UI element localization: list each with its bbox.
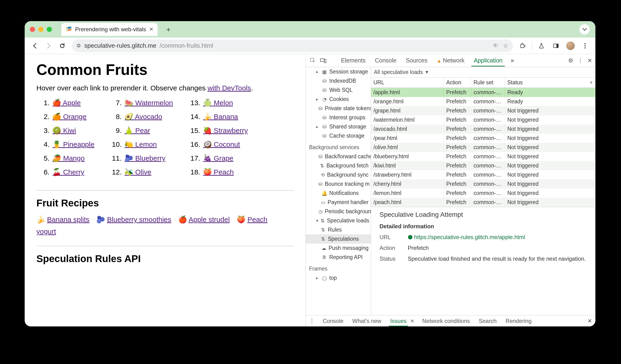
detail-url-value[interactable]: ⬢https://speculative-rules.glitch.me/app… [408, 234, 525, 241]
table-row[interactable]: /blueberry.htmlPrefetchcommon-…Not trigg… [371, 152, 595, 161]
table-row[interactable]: /watermelon.htmlPrefetchcommon-…Not trig… [371, 115, 595, 124]
sidebar-item-rules[interactable]: ⇅Rules [306, 225, 371, 234]
fruit-link[interactable]: 🍎 Apple [52, 99, 81, 107]
inspect-element-button[interactable] [308, 58, 318, 63]
tab-application[interactable]: Application [469, 55, 507, 66]
fruit-link[interactable]: 🍇 Grape [203, 154, 233, 162]
col-status[interactable]: Status▼ [505, 77, 595, 87]
tab-console[interactable]: Console [371, 55, 401, 66]
fruit-link[interactable]: 🍓 Strawberry [203, 127, 248, 134]
sidebar-item-interest-groups[interactable]: ⛁Interest groups [306, 113, 371, 122]
kebab-icon[interactable]: ⋮ [309, 318, 315, 324]
table-row[interactable]: /strawberry.htmlPrefetchcommon-…Not trig… [371, 170, 595, 179]
close-drawer-icon[interactable]: ✕ [587, 318, 592, 324]
table-row[interactable]: /apple.htmlPrefetchcommon-…Ready [371, 88, 595, 97]
sidebar-item-bg-fetch[interactable]: ⇅Background fetch [306, 161, 371, 170]
sidebar-item-shared-storage[interactable]: ▸⛁Shared storage [306, 122, 371, 131]
fruit-link[interactable]: 🥥 Coconut [203, 140, 240, 148]
sidebar-item-cache-storage[interactable]: ⛁Cache storage [306, 131, 371, 140]
sidebar-item-session-storage[interactable]: ▸▦Session storage [306, 67, 371, 76]
tabs-overflow-button[interactable]: » [508, 57, 517, 64]
table-row[interactable]: /olive.htmlPrefetchcommon-…Not triggered [371, 143, 595, 152]
col-ruleset[interactable]: Rule set [471, 77, 505, 87]
sidebar-item-push[interactable]: ☁Push messaging [306, 243, 371, 253]
device-toolbar-button[interactable] [318, 58, 328, 63]
fruit-link[interactable]: 🍋 Lemon [124, 140, 157, 148]
fruit-link[interactable]: 🥑 Avocado [124, 113, 162, 121]
table-row[interactable]: /kiwi.htmlPrefetchcommon-…Not triggered [371, 161, 595, 170]
new-tab-button[interactable]: ＋ [163, 24, 173, 35]
forward-button[interactable] [43, 40, 55, 52]
table-row[interactable]: /lemon.htmlPrefetchcommon-…Not triggered [371, 189, 595, 198]
browser-menu-button[interactable] [579, 40, 591, 52]
table-row[interactable]: /pear.htmlPrefetchcommon-…Not triggered [371, 134, 595, 143]
fruit-link[interactable]: 🍉 Watermelon [124, 99, 173, 107]
fruit-link[interactable]: 🥭 Mango [52, 154, 85, 162]
tab-elements[interactable]: Elements [337, 55, 370, 66]
fruit-link[interactable]: 🍐 Pear [124, 127, 150, 134]
sidebar-item-reporting[interactable]: 🗎Reporting API [306, 253, 371, 262]
table-row[interactable]: /peach.htmlPrefetchcommon-…Not triggered [371, 198, 595, 207]
fruit-link[interactable]: 🍊 Orange [52, 113, 86, 121]
fruit-link[interactable]: 🫒 Olive [124, 168, 151, 176]
recipe-link[interactable]: Blueberry smoothies [107, 216, 171, 223]
fruit-link[interactable]: 🍌 Banana [203, 113, 238, 121]
devtools-link[interactable]: with DevTools [208, 84, 251, 92]
incognito-eye-icon[interactable]: 👁 [493, 42, 499, 49]
gear-icon[interactable]: ⚙ [568, 57, 573, 64]
sidebar-item-cookies[interactable]: ▸◔Cookies [306, 95, 371, 104]
sidebar-item-private-state-tokens[interactable]: ⛁Private state tokens [306, 104, 371, 113]
side-panel-button[interactable] [550, 40, 562, 52]
sidebar-item-speculations[interactable]: ⇅Speculations [306, 234, 371, 243]
close-tab-icon[interactable]: ✕ [149, 26, 153, 33]
back-button[interactable] [29, 40, 41, 52]
sidebar-item-periodic[interactable]: ◷Periodic background [306, 207, 371, 216]
sidebar-item-bounce[interactable]: ⛁Bounce tracking m [306, 179, 371, 189]
drawer-tab-rendering[interactable]: Rendering [505, 316, 533, 326]
fruit-link[interactable]: 🍈 Melon [203, 99, 233, 107]
minimize-window-button[interactable] [38, 27, 43, 32]
sidebar-item-bg-sync[interactable]: ⟲Background sync [306, 170, 371, 179]
sidebar-item-top-frame[interactable]: ▸▢top [306, 273, 371, 282]
filter-dropdown[interactable]: All speculative loads ▼ [371, 67, 595, 77]
fruit-link[interactable]: 🫐 Blueberry [124, 154, 165, 162]
fruit-link[interactable]: 🍍 Pineapple [52, 140, 94, 148]
sidebar-item-websql[interactable]: ⛁Web SQL [306, 86, 371, 95]
tab-overflow-button[interactable] [579, 24, 590, 35]
col-action[interactable]: Action [444, 77, 471, 87]
drawer-tab-whatsnew[interactable]: What's new [351, 316, 382, 326]
maximize-window-button[interactable] [47, 27, 52, 32]
close-icon[interactable]: ✕ [587, 57, 592, 64]
labs-button[interactable] [535, 40, 548, 52]
drawer-tab-issues[interactable]: Issues [389, 316, 407, 326]
site-settings-icon[interactable]: ⚙ [76, 43, 81, 49]
sidebar-item-payment[interactable]: ▭Payment handler [306, 198, 371, 207]
recipe-link[interactable]: Apple strudel [189, 216, 230, 223]
fruit-link[interactable]: 🍑 Peach [203, 168, 234, 176]
recipe-link[interactable]: Banana splits [47, 216, 89, 223]
sidebar-item-notifications[interactable]: 🔔Notifications [306, 189, 371, 198]
reload-button[interactable] [56, 40, 68, 52]
close-icon[interactable]: ✕ [410, 318, 414, 324]
browser-tab[interactable]: 🎏 Prerendering with web-vitals ✕ [61, 23, 158, 36]
drawer-tab-search[interactable]: Search [478, 316, 498, 326]
tab-network[interactable]: Network [433, 55, 468, 66]
table-row[interactable]: /orange.htmlPrefetchcommon-…Ready [371, 97, 595, 106]
sidebar-item-indexeddb[interactable]: ⛁IndexedDB [306, 76, 371, 86]
sidebar-item-bf-cache[interactable]: ⛁Back/forward cache [306, 152, 371, 161]
fruit-link[interactable]: 🍒 Cherry [52, 168, 84, 176]
table-row[interactable]: /cherry.htmlPrefetchcommon-…Not triggere… [371, 179, 595, 189]
drawer-tab-console[interactable]: Console [322, 316, 344, 326]
table-row[interactable]: /avocado.htmlPrefetchcommon-…Not trigger… [371, 124, 595, 134]
table-row[interactable]: /grape.htmlPrefetchcommon-…Not triggered [371, 106, 595, 115]
tab-sources[interactable]: Sources [402, 55, 432, 66]
fruit-link[interactable]: 🥝 Kiwi [52, 127, 76, 134]
sidebar-item-speculative[interactable]: ▾⇅Speculative loads [306, 216, 371, 225]
close-window-button[interactable] [30, 27, 35, 32]
bookmark-star-icon[interactable]: ☆ [503, 42, 508, 49]
address-bar[interactable]: ⚙ speculative-rules.glitch.me/common-fru… [72, 39, 513, 52]
profile-button[interactable] [564, 40, 577, 52]
col-url[interactable]: URL [371, 77, 444, 87]
extensions-button[interactable] [516, 40, 528, 52]
drawer-tab-netcond[interactable]: Network conditions [421, 316, 471, 326]
